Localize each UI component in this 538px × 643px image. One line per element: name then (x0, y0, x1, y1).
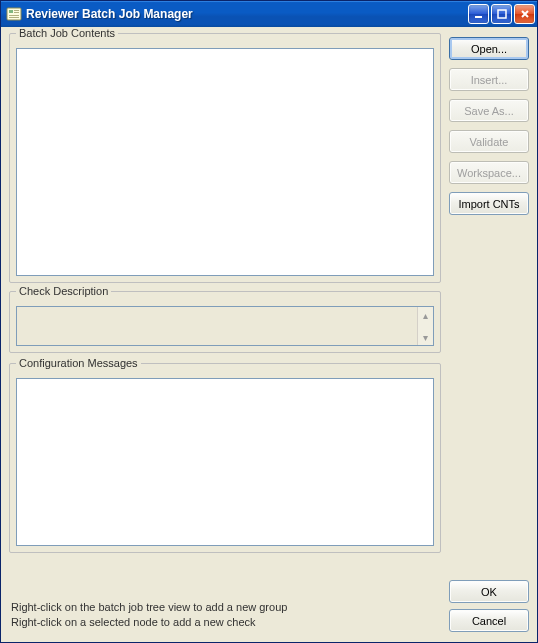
scroll-down-icon[interactable]: ▾ (418, 329, 433, 345)
check-description-scrollbar[interactable]: ▴ ▾ (417, 307, 433, 345)
window-controls (468, 4, 535, 24)
maximize-button[interactable] (491, 4, 512, 24)
cancel-button[interactable]: Cancel (449, 609, 529, 632)
configuration-messages-group: Configuration Messages (9, 363, 441, 553)
upper-area: Batch Job Contents Check Description ▴ ▾… (9, 33, 529, 574)
ok-button[interactable]: OK (449, 580, 529, 603)
validate-button: Validate (449, 130, 529, 153)
svg-rect-2 (14, 10, 19, 11)
action-buttons: OK Cancel (449, 580, 529, 632)
open-button[interactable]: Open... (449, 37, 529, 60)
left-column: Batch Job Contents Check Description ▴ ▾… (9, 33, 441, 574)
save-as-button: Save As... (449, 99, 529, 122)
lower-area: Right-click on the batch job tree view t… (9, 580, 529, 632)
insert-button: Insert... (449, 68, 529, 91)
client-area: Batch Job Contents Check Description ▴ ▾… (1, 27, 537, 642)
hint-line-1: Right-click on the batch job tree view t… (11, 600, 441, 615)
svg-rect-3 (14, 12, 19, 13)
app-icon (6, 6, 22, 22)
svg-rect-7 (498, 10, 506, 18)
app-window: Reviewer Batch Job Manager Batch Job Con… (0, 0, 538, 643)
svg-rect-0 (7, 8, 21, 20)
configuration-messages-list[interactable] (16, 378, 434, 546)
svg-rect-1 (9, 10, 13, 13)
workspace-button: Workspace... (449, 161, 529, 184)
scroll-up-icon[interactable]: ▴ (418, 307, 433, 323)
side-button-column: Open... Insert... Save As... Validate Wo… (449, 33, 529, 574)
batch-job-tree-view[interactable] (16, 48, 434, 276)
close-button[interactable] (514, 4, 535, 24)
svg-rect-5 (9, 17, 19, 18)
batch-job-contents-label: Batch Job Contents (16, 27, 118, 39)
minimize-button[interactable] (468, 4, 489, 24)
check-description-text[interactable] (17, 307, 417, 345)
batch-job-contents-group: Batch Job Contents (9, 33, 441, 283)
check-description-label: Check Description (16, 285, 111, 297)
svg-rect-4 (9, 15, 19, 16)
check-description-box: ▴ ▾ (16, 306, 434, 346)
check-description-group: Check Description ▴ ▾ (9, 291, 441, 353)
hints-block: Right-click on the batch job tree view t… (9, 600, 441, 632)
svg-rect-6 (475, 16, 482, 18)
window-title: Reviewer Batch Job Manager (26, 7, 468, 21)
hint-line-2: Right-click on a selected node to add a … (11, 615, 441, 630)
import-cnts-button[interactable]: Import CNTs (449, 192, 529, 215)
configuration-messages-label: Configuration Messages (16, 357, 141, 369)
titlebar[interactable]: Reviewer Batch Job Manager (1, 1, 537, 27)
